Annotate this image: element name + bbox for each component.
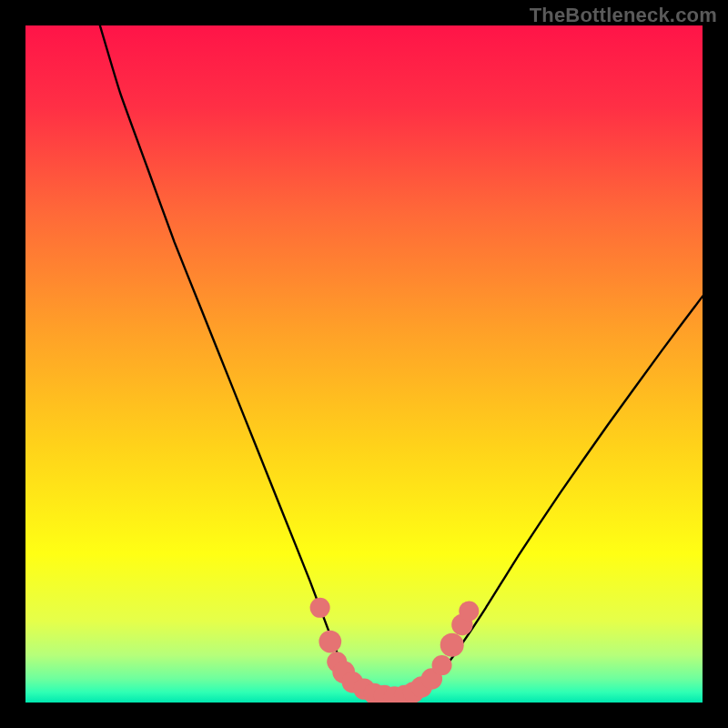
curve-marker [459,602,479,622]
curve-marker [310,598,330,618]
chart-frame: TheBottleneck.com [0,0,728,728]
watermark-label: TheBottleneck.com [530,4,717,27]
curve-marker [432,655,452,675]
gradient-background [25,25,703,703]
bottleneck-chart [25,25,703,703]
plot-area [25,25,703,703]
curve-marker [318,631,341,653]
curve-marker [440,633,464,657]
